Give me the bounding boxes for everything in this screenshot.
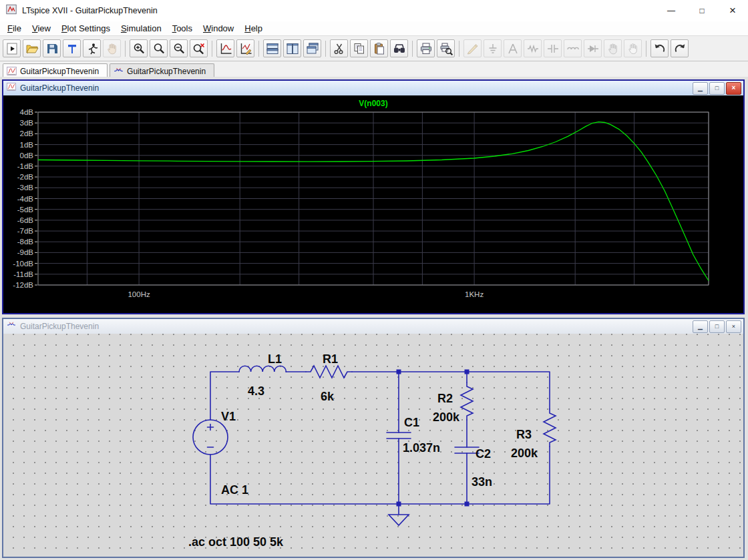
- close-button[interactable]: ×: [726, 320, 741, 333]
- spice-directive[interactable]: .ac oct 100 50 5k: [188, 535, 284, 549]
- move-icon: [606, 42, 620, 55]
- tile-vertical-button[interactable]: [283, 39, 301, 57]
- inductor-L1[interactable]: [239, 366, 286, 372]
- y-axis-label: 3dB: [20, 119, 34, 127]
- plot-settings-button[interactable]: [236, 39, 254, 57]
- tab-waveform[interactable]: GuitarPickupThevenin: [3, 63, 108, 78]
- wire-icon: [466, 42, 480, 55]
- schematic-window-titlebar[interactable]: GuitarPickupThevenin ▁□×: [3, 319, 743, 334]
- inductor-icon: [566, 42, 580, 55]
- zoom-back-button[interactable]: [150, 39, 168, 57]
- save-button[interactable]: [43, 39, 61, 57]
- menu-view[interactable]: View: [27, 22, 56, 35]
- wave-doc-icon: [7, 66, 17, 76]
- value-R1[interactable]: 6k: [321, 390, 335, 403]
- close-button[interactable]: ×: [726, 82, 741, 95]
- waveform-window-titlebar[interactable]: GuitarPickupThevenin ▁□×: [3, 81, 743, 95]
- schematic-svg: V1 AC 1 L1 4.3 R1 6k C1 1.037n R2 200k C…: [3, 334, 743, 555]
- label-C2[interactable]: C2: [476, 447, 491, 461]
- cascade-windows-button[interactable]: [303, 39, 321, 57]
- copy-button[interactable]: [350, 39, 368, 57]
- y-axis-label: -2dB: [17, 173, 34, 181]
- resistor-R1[interactable]: [306, 366, 352, 378]
- control-panel-button[interactable]: [63, 39, 81, 57]
- label-V1[interactable]: V1: [221, 410, 236, 423]
- run-simulation-button[interactable]: [83, 39, 101, 57]
- value-C1[interactable]: 1.037n: [403, 441, 440, 455]
- diode-button: [584, 39, 602, 57]
- maximize-button[interactable]: □: [687, 0, 717, 21]
- label-C1[interactable]: C1: [404, 416, 419, 429]
- toolbar-separator: [412, 41, 413, 57]
- print-button[interactable]: [417, 39, 435, 57]
- tab-schematic-label: GuitarPickupThevenin: [127, 67, 206, 76]
- menu-tools[interactable]: Tools: [167, 22, 198, 35]
- find-button[interactable]: [390, 39, 408, 57]
- undo-button[interactable]: [650, 39, 669, 57]
- value-C2[interactable]: 33n: [472, 475, 492, 489]
- cascade-icon: [306, 42, 319, 55]
- waveform-plot-area[interactable]: 4dB3dB2dB1dB0dB-1dB-2dB-3dB-4dB-5dB-6dB-…: [3, 95, 743, 313]
- value-V1[interactable]: AC 1: [221, 483, 248, 497]
- label-R3[interactable]: R3: [516, 428, 532, 441]
- y-axis-label: 1dB: [20, 141, 34, 149]
- restore-button[interactable]: □: [709, 82, 725, 95]
- capacitor-C1[interactable]: [387, 433, 411, 439]
- zoom-in-icon: [132, 42, 146, 55]
- schematic-canvas[interactable]: V1 AC 1 L1 4.3 R1 6k C1 1.037n R2 200k C…: [3, 334, 743, 557]
- label-R2[interactable]: R2: [437, 392, 453, 405]
- redo-icon: [673, 42, 687, 55]
- print-preview-button[interactable]: [437, 39, 455, 57]
- menu-window[interactable]: Window: [198, 22, 239, 35]
- value-L1[interactable]: 4.3: [248, 384, 264, 398]
- cut-button[interactable]: [330, 39, 348, 57]
- value-R3[interactable]: 200k: [511, 447, 538, 460]
- menu-plot-settings[interactable]: Plot Settings: [56, 22, 116, 35]
- app-logo-icon: [5, 3, 17, 15]
- menu-simulation[interactable]: Simulation: [116, 22, 167, 35]
- schematic-window-controls: ▁□×: [693, 320, 741, 333]
- tab-schematic[interactable]: GuitarPickupThevenin: [110, 63, 214, 78]
- zoom-in-button[interactable]: [130, 39, 148, 57]
- label-L1[interactable]: L1: [268, 352, 282, 366]
- minimize-button[interactable]: ▁: [693, 320, 708, 333]
- voltage-source-V1[interactable]: [193, 420, 228, 455]
- open-button[interactable]: [23, 39, 41, 57]
- toolbar-separator: [325, 41, 326, 57]
- menu-help[interactable]: Help: [239, 22, 268, 35]
- tile-vert-icon: [286, 42, 299, 55]
- menu-file[interactable]: File: [2, 22, 27, 35]
- y-axis-label: -7dB: [17, 227, 34, 235]
- zoom-back-icon: [152, 42, 166, 55]
- schem-doc-icon: [7, 320, 16, 330]
- y-axis-label: -9dB: [17, 248, 34, 256]
- minimize-button[interactable]: —: [656, 0, 687, 21]
- zoom-full-extents-button[interactable]: [190, 39, 208, 57]
- toolbar-separator: [125, 41, 126, 57]
- run-button[interactable]: [3, 39, 21, 57]
- waveform-window-controls: ▁□×: [693, 82, 741, 95]
- label-icon: [506, 42, 520, 55]
- zoom-out-button[interactable]: [170, 39, 188, 57]
- schematic-window-title: GuitarPickupThevenin: [20, 322, 99, 331]
- autorange-button[interactable]: [216, 39, 234, 57]
- restore-button[interactable]: □: [709, 320, 725, 333]
- titlebar[interactable]: LTspice XVII - GuitarPickupThevenin —□×: [0, 0, 748, 21]
- close-button[interactable]: ×: [717, 0, 748, 21]
- ground-symbol[interactable]: [389, 504, 409, 525]
- y-axis-label: -4dB: [17, 195, 34, 203]
- tile-horizontal-button[interactable]: [263, 39, 281, 57]
- schematic-window: GuitarPickupThevenin ▁□×: [2, 318, 745, 558]
- value-R2[interactable]: 200k: [433, 410, 460, 424]
- waveform-chart: 4dB3dB2dB1dB0dB-1dB-2dB-3dB-4dB-5dB-6dB-…: [3, 95, 743, 313]
- y-axis-label: -5dB: [17, 206, 34, 214]
- redo-button[interactable]: [671, 39, 689, 57]
- wave-doc-icon: [7, 82, 16, 91]
- paste-button[interactable]: [370, 39, 388, 57]
- find-icon: [393, 42, 406, 55]
- resistor-R2[interactable]: [461, 382, 473, 420]
- resistor-R3[interactable]: [544, 409, 556, 447]
- waveform-window: GuitarPickupThevenin ▁□× 4dB3dB2dB1dB0dB…: [2, 79, 745, 314]
- label-R1[interactable]: R1: [323, 352, 338, 366]
- minimize-button[interactable]: ▁: [693, 82, 708, 95]
